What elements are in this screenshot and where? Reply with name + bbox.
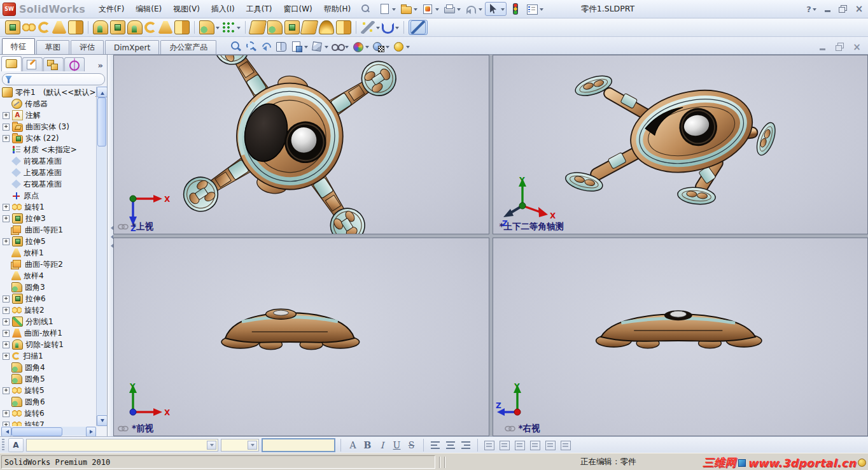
tree-filter-bar[interactable] xyxy=(2,73,105,85)
note-text-icon[interactable] xyxy=(8,438,24,452)
open-button[interactable] xyxy=(398,3,419,15)
expand-toggle[interactable] xyxy=(3,215,10,222)
tree-item[interactable]: 右视基准面 xyxy=(1,178,96,190)
tree-item[interactable]: 旋转2 xyxy=(1,304,96,316)
panel-tabs-overflow[interactable]: » xyxy=(98,61,106,71)
expand-toggle[interactable] xyxy=(3,124,10,131)
tree-item[interactable]: 圆角6 xyxy=(1,396,96,408)
tree-item[interactable]: 曲面-等距1 xyxy=(1,224,96,236)
rebuild-button[interactable] xyxy=(508,3,523,15)
hole-wizard-button[interactable] xyxy=(110,20,125,34)
print-dropdown-icon[interactable] xyxy=(457,8,461,13)
print-button[interactable] xyxy=(442,3,462,15)
text-height-input[interactable] xyxy=(262,438,335,452)
expand-toggle[interactable] xyxy=(3,330,10,337)
previous-view-button[interactable] xyxy=(260,41,272,52)
tab-dimxpert[interactable]: DimXpert xyxy=(105,40,159,54)
revolved-boss-button[interactable] xyxy=(22,21,36,34)
new-document-dropdown-icon[interactable] xyxy=(392,8,396,13)
scroll-left-arrow[interactable] xyxy=(1,427,11,436)
outdent-button[interactable] xyxy=(544,439,557,451)
lofted-cut-button[interactable] xyxy=(158,21,172,34)
align-left-button[interactable] xyxy=(429,439,442,451)
tree-item[interactable]: 旋转6 xyxy=(1,408,96,419)
menu-item-tools[interactable]: 工具(T) xyxy=(241,1,278,18)
font-size-select[interactable] xyxy=(221,439,259,452)
tree-item[interactable]: 曲面-放样1 xyxy=(1,327,96,339)
text-border-button[interactable] xyxy=(483,439,496,451)
curves-dropdown-icon[interactable] xyxy=(395,27,399,31)
close-button[interactable]: × xyxy=(854,4,864,13)
wrap-button[interactable] xyxy=(302,20,317,34)
view-settings-button[interactable] xyxy=(392,41,410,52)
view-settings-dropdown-icon[interactable] xyxy=(406,46,410,50)
expand-toggle[interactable] xyxy=(3,238,10,245)
tree-item[interactable]: 原点 xyxy=(1,190,96,201)
rib-button[interactable] xyxy=(284,20,300,34)
tree-item[interactable]: 切除-旋转1 xyxy=(1,339,96,350)
font-select-value[interactable] xyxy=(27,439,207,450)
scroll-right-arrow[interactable] xyxy=(86,427,96,436)
expand-toggle[interactable] xyxy=(3,410,10,417)
horizontal-scroll-thumb[interactable] xyxy=(11,427,62,436)
linear-pattern-dropdown-icon[interactable] xyxy=(237,27,241,31)
tree-item[interactable]: 实体 (22) xyxy=(1,132,96,144)
restore-button[interactable] xyxy=(838,4,848,13)
child-minimize-button[interactable] xyxy=(818,43,827,51)
fillet-button[interactable] xyxy=(199,20,220,34)
lofted-boss-button[interactable] xyxy=(52,21,66,34)
tab-configurationmanager[interactable] xyxy=(43,57,64,71)
font-size-value[interactable] xyxy=(221,439,248,450)
display-style-dropdown-icon[interactable] xyxy=(325,46,328,50)
tree-item[interactable]: 旋转5 xyxy=(1,385,96,396)
number-list-button[interactable] xyxy=(529,439,542,451)
hide-show-items-button[interactable] xyxy=(331,41,349,52)
menu-item-file[interactable]: 文件(F) xyxy=(93,1,130,18)
tree-item[interactable]: 拉伸5 xyxy=(1,236,96,247)
curves-button[interactable] xyxy=(382,22,399,34)
scroll-down-arrow[interactable] xyxy=(97,415,108,426)
tree-item[interactable]: 材质 <未指定> xyxy=(1,144,96,155)
apply-scene-button[interactable] xyxy=(372,41,389,52)
tree-item[interactable]: 旋转1 xyxy=(1,201,96,213)
extruded-boss-button[interactable] xyxy=(5,20,20,34)
tree-root-item[interactable]: 零件1 (默认<<默认>_显 xyxy=(1,87,96,98)
scroll-up-arrow[interactable] xyxy=(97,87,108,97)
tree-item[interactable]: 注解 xyxy=(1,110,96,121)
bullet-list-button[interactable] xyxy=(514,439,526,451)
expand-toggle[interactable] xyxy=(3,387,10,394)
align-right-button[interactable] xyxy=(459,439,472,451)
toolbar-grip[interactable] xyxy=(2,439,4,452)
dome-button[interactable] xyxy=(319,20,334,34)
tab-evaluate[interactable]: 评估 xyxy=(71,40,104,54)
save-dropdown-icon[interactable] xyxy=(435,8,439,13)
tree-item[interactable]: 圆角5 xyxy=(1,373,96,385)
tab-dimxpertmanager[interactable] xyxy=(64,57,85,71)
tree-item[interactable]: 放样1 xyxy=(1,247,96,259)
zoom-to-area-button[interactable] xyxy=(244,41,257,52)
edit-appearance-button[interactable] xyxy=(351,41,369,52)
tree-item[interactable]: 拉伸6 xyxy=(1,293,96,304)
tree-item[interactable]: 曲面实体 (3) xyxy=(1,121,96,132)
child-close-button[interactable]: × xyxy=(852,43,862,51)
expand-toggle[interactable] xyxy=(3,204,10,211)
tree-item[interactable]: 放样4 xyxy=(1,270,96,281)
select-dropdown-icon[interactable] xyxy=(501,8,505,13)
underline-button[interactable]: U xyxy=(390,439,403,452)
tab-featuremanager[interactable] xyxy=(1,56,22,71)
tab-office-products[interactable]: 办公室产品 xyxy=(160,40,216,54)
boundary-boss-button[interactable] xyxy=(68,20,83,34)
strike-button[interactable]: S xyxy=(405,439,418,452)
expand-toggle[interactable] xyxy=(3,422,10,427)
select-button[interactable] xyxy=(485,2,507,16)
tree-item[interactable]: 旋转7 xyxy=(1,419,96,426)
font-select[interactable] xyxy=(26,439,218,452)
indent-button[interactable] xyxy=(559,439,572,451)
undo-dropdown-icon[interactable] xyxy=(479,8,482,13)
tree-item[interactable]: 曲面-等距2 xyxy=(1,259,96,270)
expand-toggle[interactable] xyxy=(3,307,10,314)
help-button[interactable]: ? xyxy=(806,4,816,13)
undo-button[interactable] xyxy=(463,3,484,15)
expand-toggle[interactable] xyxy=(3,296,10,303)
display-style-button[interactable] xyxy=(311,41,328,52)
